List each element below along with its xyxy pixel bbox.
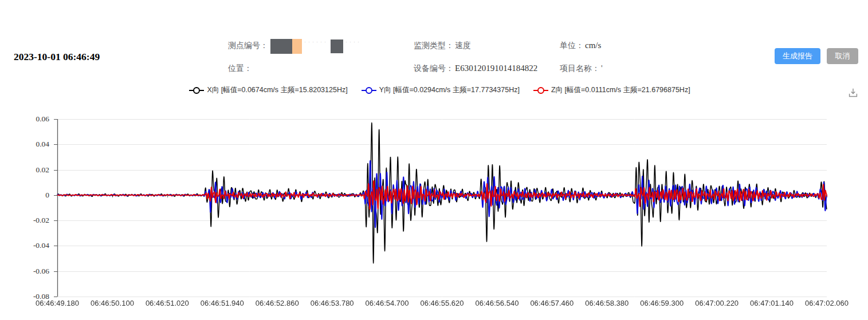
cancel-button[interactable]: 取消 [827, 48, 858, 64]
legend-marker-x-icon [189, 87, 204, 94]
unit-label: 单位： [560, 39, 584, 51]
project-name-value: ' [601, 62, 603, 74]
x-axis-tick-label: 06:47:01.140 [750, 299, 794, 307]
unit-value: cm/s [585, 39, 601, 51]
field-monitor-type: 监测类型： 速度 [414, 38, 560, 53]
field-unit: 单位： cm/s [560, 38, 743, 53]
x-axis-tick-label: 06:46:52.860 [256, 299, 299, 307]
download-icon [847, 92, 859, 101]
redacted-text-remnant: ······ [304, 36, 328, 48]
redaction-block [331, 39, 343, 53]
legend-item-x[interactable]: X向 [幅值=0.0674cm/s 主频=15.8203125Hz] [189, 85, 347, 95]
legend-label-y: Y向 [幅值=0.0294cm/s 主频=17.7734375Hz] [379, 85, 520, 95]
field-location: 位置： [228, 62, 414, 74]
y-axis-tick-label: -0.02 [0, 216, 49, 225]
legend-label-x: X向 [幅值=0.0674cm/s 主频=15.8203125Hz] [207, 85, 347, 95]
info-grid: 测点编号： ······ ···· 监测类型： 速度 单位： cm/s 位置： … [228, 38, 743, 74]
legend-item-z[interactable]: Z向 [幅值=0.0111cm/s 主频=21.6796875Hz] [533, 85, 690, 95]
x-axis-tick-label: 06:46:49.180 [36, 299, 79, 307]
x-axis-tick-label: 06:46:54.700 [366, 299, 409, 307]
monitor-type-label: 监测类型： [414, 39, 454, 51]
x-axis-tick-label: 06:46:59.300 [640, 299, 684, 307]
download-button[interactable] [846, 86, 861, 101]
generate-report-button[interactable]: 生成报告 [775, 48, 820, 64]
redacted-text-remnant: ···· [345, 36, 362, 48]
legend-item-y[interactable]: Y向 [幅值=0.0294cm/s 主频=17.7734375Hz] [362, 85, 520, 95]
x-axis-tick-label: 06:46:50.100 [91, 299, 134, 307]
x-axis-tick-label: 06:47:00.220 [695, 299, 739, 307]
legend-label-z: Z向 [幅值=0.0111cm/s 主频=21.6796875Hz] [551, 85, 690, 95]
legend-marker-z-icon [533, 87, 548, 94]
y-axis-tick-label: 0.06 [0, 114, 49, 124]
x-axis-tick-label: 06:46:56.540 [475, 299, 519, 307]
x-axis-tick-label: 06:46:51.940 [201, 299, 244, 307]
device-id-label: 设备编号： [414, 62, 454, 74]
x-axis-tick-label: 06:46:58.380 [585, 299, 629, 307]
x-axis-tick-label: 06:47:02.060 [805, 299, 849, 307]
y-axis-tick-label: -0.06 [0, 267, 49, 276]
waveform-canvas [52, 114, 828, 301]
project-name-label: 项目名称： [560, 62, 600, 74]
record-datetime: 2023-10-01 06:46:49 [14, 51, 100, 63]
device-id-value: E630120191014184822 [455, 62, 537, 74]
redaction-block-orange [292, 39, 302, 54]
chart-legend: X向 [幅值=0.0674cm/s 主频=15.8203125Hz]Y向 [幅值… [52, 85, 828, 95]
field-measure-point-id: 测点编号： ······ ···· [228, 38, 414, 53]
measure-point-id-label: 测点编号： [228, 39, 268, 51]
legend-marker-y-icon [362, 87, 376, 94]
y-axis-tick-label: 0 [0, 191, 49, 200]
x-axis-tick-label: 06:46:51.020 [146, 299, 189, 307]
y-axis-tick-label: 0.04 [0, 140, 49, 149]
monitor-type-value: 速度 [455, 39, 471, 51]
y-axis-tick-label: -0.04 [0, 241, 49, 250]
x-axis-tick-label: 06:46:57.460 [530, 299, 574, 307]
measure-point-id-redacted-value: ······ ···· [270, 39, 364, 54]
y-axis-tick-label: 0.02 [0, 165, 49, 175]
x-axis-tick-label: 06:46:55.620 [421, 299, 464, 307]
field-device-id: 设备编号： E630120191014184822 [414, 62, 560, 74]
field-project-name: 项目名称： ' [560, 62, 743, 74]
redaction-block [270, 39, 292, 54]
x-axis-tick-label: 06:46:53.780 [311, 299, 354, 307]
location-label: 位置： [228, 62, 252, 74]
